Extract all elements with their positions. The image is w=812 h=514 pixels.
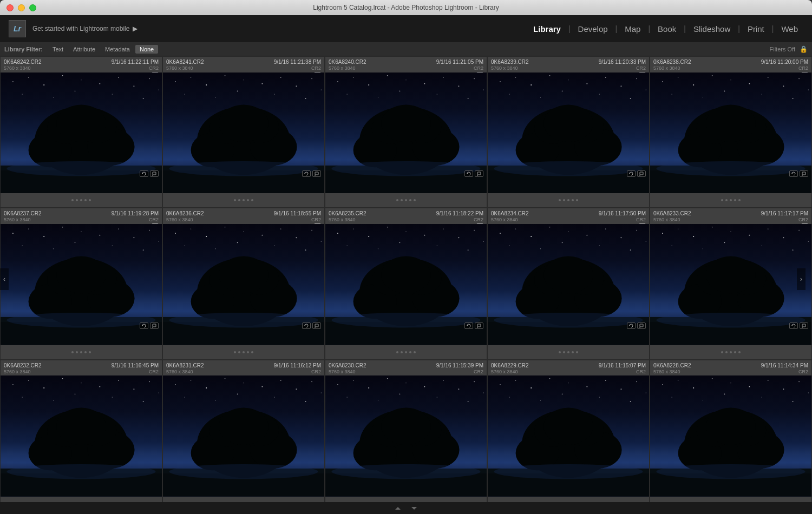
rating-dot[interactable] xyxy=(401,199,403,201)
rating-dot[interactable] xyxy=(89,351,91,353)
photo-cell[interactable]: 0K6A8228.CR25760 x 38409/1/16 11:14:34 P… xyxy=(650,360,812,502)
rating-dot[interactable] xyxy=(409,199,411,201)
photo-cell[interactable]: 0K6A8233.CR25760 x 38409/1/16 11:17:17 P… xyxy=(650,208,812,359)
left-nav-arrow[interactable]: ‹ xyxy=(0,268,9,290)
rating-dot[interactable] xyxy=(405,351,407,353)
photo-cell[interactable]: 0K6A8241.CR25760 x 38409/1/16 11:21:38 P… xyxy=(162,56,325,208)
flag-icon[interactable] xyxy=(475,170,483,177)
scroll-up-icon[interactable] xyxy=(395,507,401,510)
rating-dot[interactable] xyxy=(405,199,407,201)
rating-dot[interactable] xyxy=(563,199,565,201)
rating-dot[interactable] xyxy=(738,351,741,353)
rating-dot[interactable] xyxy=(721,351,723,353)
minimize-button[interactable] xyxy=(18,4,25,11)
photo-cell[interactable]: 0K6A8235.CR25760 x 38409/1/16 11:18:22 P… xyxy=(325,208,487,359)
flag-icon[interactable] xyxy=(800,170,808,177)
rating-dot[interactable] xyxy=(76,351,78,353)
mobile-prompt[interactable]: Get started with Lightroom mobile ▶ xyxy=(32,25,137,32)
photo-cell[interactable]: 0K6A8234.CR25760 x 38409/1/16 11:17:50 P… xyxy=(487,208,650,359)
rating-dot[interactable] xyxy=(730,351,732,353)
photo-cell[interactable]: 0K6A8237.CR25760 x 38409/1/16 11:19:28 P… xyxy=(0,208,162,359)
rating-dot[interactable] xyxy=(251,199,253,201)
nav-item-print[interactable]: Print xyxy=(742,22,770,36)
rating-dot[interactable] xyxy=(234,351,236,353)
photo-cell[interactable]: 0K6A8236.CR25760 x 38409/1/16 11:18:55 P… xyxy=(162,208,325,359)
photo-cell[interactable]: 0K6A8229.CR25760 x 38409/1/16 11:15:07 P… xyxy=(487,360,650,502)
rating-dot[interactable] xyxy=(567,199,569,201)
scroll-down-icon[interactable] xyxy=(411,507,417,510)
rating-dot[interactable] xyxy=(567,351,569,353)
rating-dot[interactable] xyxy=(734,351,736,353)
photo-cell[interactable]: 0K6A8240.CR25760 x 38409/1/16 11:21:05 P… xyxy=(325,56,487,208)
rating-dot[interactable] xyxy=(576,199,578,201)
rating-dot[interactable] xyxy=(84,351,87,353)
rotate-icon[interactable] xyxy=(302,322,311,329)
rotate-icon[interactable] xyxy=(140,170,148,177)
rating-dot[interactable] xyxy=(238,351,240,353)
rotate-icon[interactable] xyxy=(627,322,636,329)
rating-dot[interactable] xyxy=(734,199,736,201)
maximize-button[interactable] xyxy=(29,4,36,11)
rating-dot[interactable] xyxy=(414,351,416,353)
grid-area[interactable]: 0K6A8242.CR25760 x 38409/1/16 11:22:11 P… xyxy=(0,56,812,502)
rotate-icon[interactable] xyxy=(627,170,636,177)
flag-icon[interactable] xyxy=(637,170,646,177)
rating-dot[interactable] xyxy=(243,199,245,201)
rating-dot[interactable] xyxy=(738,199,741,201)
photo-cell[interactable]: 0K6A8242.CR25760 x 38409/1/16 11:22:11 P… xyxy=(0,56,162,208)
window-controls[interactable] xyxy=(6,4,36,11)
rating-dot[interactable] xyxy=(725,199,728,201)
flag-icon[interactable] xyxy=(312,170,321,177)
rating-dot[interactable] xyxy=(396,351,398,353)
rating-dot[interactable] xyxy=(396,199,398,201)
nav-item-slideshow[interactable]: Slideshow xyxy=(688,22,736,36)
rating-dot[interactable] xyxy=(725,351,728,353)
nav-item-book[interactable]: Book xyxy=(652,22,682,36)
rating-dot[interactable] xyxy=(730,199,732,201)
rating-dot[interactable] xyxy=(234,199,236,201)
rating-dot[interactable] xyxy=(76,199,78,201)
right-nav-arrow[interactable]: › xyxy=(797,268,806,290)
rating-dot[interactable] xyxy=(576,351,578,353)
filter-btn-none[interactable]: None xyxy=(135,45,158,54)
flag-icon[interactable] xyxy=(475,322,483,329)
rating-dot[interactable] xyxy=(247,199,249,201)
photo-cell[interactable]: 0K6A8230.CR25760 x 38409/1/16 11:15:39 P… xyxy=(325,360,487,502)
rating-dot[interactable] xyxy=(80,199,82,201)
close-button[interactable] xyxy=(6,4,14,11)
rating-dot[interactable] xyxy=(409,351,411,353)
rating-dot[interactable] xyxy=(563,351,565,353)
rotate-icon[interactable] xyxy=(789,322,798,329)
flag-icon[interactable] xyxy=(312,322,321,329)
rating-dot[interactable] xyxy=(572,199,574,201)
rating-dot[interactable] xyxy=(559,199,561,201)
rating-dot[interactable] xyxy=(247,351,249,353)
rating-dot[interactable] xyxy=(559,351,561,353)
photo-cell[interactable]: 0K6A8238.CR25760 x 38409/1/16 11:20:00 P… xyxy=(650,56,812,208)
rating-dot[interactable] xyxy=(80,351,82,353)
rotate-icon[interactable] xyxy=(302,170,311,177)
filter-btn-attribute[interactable]: Attribute xyxy=(69,45,100,54)
rotate-icon[interactable] xyxy=(140,322,148,329)
rating-dot[interactable] xyxy=(414,199,416,201)
rotate-icon[interactable] xyxy=(464,170,473,177)
filter-btn-text[interactable]: Text xyxy=(48,45,68,54)
filter-btn-metadata[interactable]: Metadata xyxy=(101,45,134,54)
rating-dot[interactable] xyxy=(572,351,574,353)
flag-icon[interactable] xyxy=(150,322,159,329)
rotate-icon[interactable] xyxy=(464,322,473,329)
nav-item-web[interactable]: Web xyxy=(776,22,803,36)
rating-dot[interactable] xyxy=(89,199,91,201)
rating-dot[interactable] xyxy=(251,351,253,353)
flag-icon[interactable] xyxy=(637,322,646,329)
rating-dot[interactable] xyxy=(71,199,74,201)
photo-cell[interactable]: 0K6A8231.CR25760 x 38409/1/16 11:16:12 P… xyxy=(162,360,325,502)
rating-dot[interactable] xyxy=(721,199,723,201)
flag-icon[interactable] xyxy=(150,170,159,177)
rating-dot[interactable] xyxy=(243,351,245,353)
rating-dot[interactable] xyxy=(401,351,403,353)
nav-item-develop[interactable]: Develop xyxy=(573,22,613,36)
rotate-icon[interactable] xyxy=(789,170,798,177)
nav-item-library[interactable]: Library xyxy=(528,22,566,36)
nav-item-map[interactable]: Map xyxy=(619,22,646,36)
